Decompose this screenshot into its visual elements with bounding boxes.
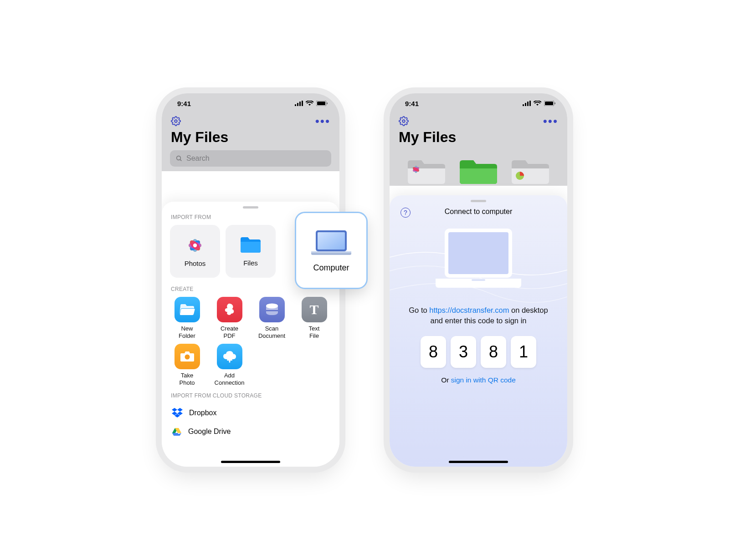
svg-point-35 [402,120,405,122]
svg-rect-47 [472,279,485,281]
create-pdf[interactable]: Create PDF [212,297,246,339]
search-placeholder: Search [186,154,210,163]
svg-rect-25 [318,232,345,249]
search-input[interactable]: Search [170,150,331,167]
gear-icon[interactable] [171,116,181,126]
qr-signin-link[interactable]: sign in with QR code [451,376,516,384]
battery-icon [316,101,328,106]
home-indicator[interactable] [449,461,508,463]
svg-rect-6 [327,102,328,104]
code-digit: 1 [511,336,536,368]
camera-icon [180,351,195,362]
status-bar: 9:41 [162,93,339,113]
connect-sheet: ? Connect to computer Go to https://docs… [390,195,567,467]
open-folder-icon [180,303,195,316]
phone-left: 9:41 ••• My Files Search [162,93,339,467]
svg-rect-5 [317,102,325,105]
svg-rect-27 [311,251,351,253]
create-add-connection[interactable]: Add Connection [212,344,246,386]
cloud-label: IMPORT FROM CLOUD STORAGE [171,392,330,399]
header-area: 9:41 ••• My Files Search [162,93,339,171]
svg-line-9 [180,159,181,161]
help-icon[interactable]: ? [400,208,411,218]
laptop-illustration [433,226,524,294]
svg-rect-20 [266,310,278,311]
cellular-icon [523,101,531,106]
import-photos[interactable]: Photos [170,225,220,278]
svg-rect-1 [297,103,298,106]
text-icon: T [309,301,318,318]
folder-icon [240,236,262,255]
svg-rect-0 [295,104,296,106]
create-new-folder[interactable]: New Folder [170,297,204,339]
svg-rect-44 [448,232,508,274]
qr-line: Or sign in with QR code [399,376,558,384]
folder-thumbnails [390,150,567,186]
wifi-icon [306,101,313,106]
folder-thumb[interactable] [458,158,499,186]
phone-right: 9:41 ••• My Files [390,93,567,467]
code-digit: 3 [451,336,476,368]
folder-thumb[interactable] [406,158,447,186]
folder-thumb[interactable] [510,158,551,186]
sheet-grabber[interactable] [243,206,258,209]
status-time: 9:41 [405,100,419,107]
code-row: 8 3 8 1 [399,336,558,368]
pdf-icon [223,303,236,316]
cellular-icon [295,101,303,106]
svg-point-21 [185,355,190,360]
status-bar: 9:41 [390,93,567,113]
code-digit: 8 [481,336,506,368]
gear-icon[interactable] [399,116,409,126]
laptop-icon [310,229,352,258]
create-take-photo[interactable]: Take Photo [170,344,204,386]
page-title: My Files [162,128,339,150]
cloud-dropbox[interactable]: Dropbox [170,403,331,423]
page-title: My Files [390,128,567,150]
gdrive-icon [172,427,182,436]
header-area: 9:41 ••• My Files [390,93,567,186]
svg-rect-3 [302,101,303,106]
svg-point-7 [175,120,177,122]
more-icon[interactable]: ••• [315,119,330,123]
svg-rect-2 [299,102,301,106]
import-computer[interactable]: Computer [295,212,368,289]
sheet-grabber[interactable] [471,200,486,202]
more-icon[interactable]: ••• [543,119,558,123]
svg-rect-34 [554,102,555,104]
import-photos-label: Photos [185,260,206,267]
svg-rect-33 [545,102,553,105]
home-indicator[interactable] [221,461,280,463]
create-scan[interactable]: Scan Document [255,297,289,339]
import-files-label: Files [243,259,258,267]
create-text[interactable]: T Text File [297,297,331,339]
code-digit: 8 [421,336,446,368]
import-files[interactable]: Files [226,225,276,278]
import-computer-label: Computer [313,263,349,273]
svg-point-8 [177,156,181,160]
svg-rect-28 [523,104,524,106]
status-time: 9:41 [177,100,191,107]
dropbox-icon [172,408,183,418]
wifi-icon [534,101,541,106]
svg-rect-30 [527,102,529,106]
cloud-plus-icon [222,350,237,363]
scanner-icon [265,303,279,316]
search-icon [175,155,183,162]
cloud-gdrive[interactable]: Google Drive [170,423,331,441]
battery-icon [544,101,555,106]
svg-rect-29 [525,103,526,106]
photos-app-icon [185,236,205,255]
svg-point-18 [193,243,197,247]
svg-rect-31 [529,101,531,106]
connect-title: Connect to computer [445,208,513,216]
